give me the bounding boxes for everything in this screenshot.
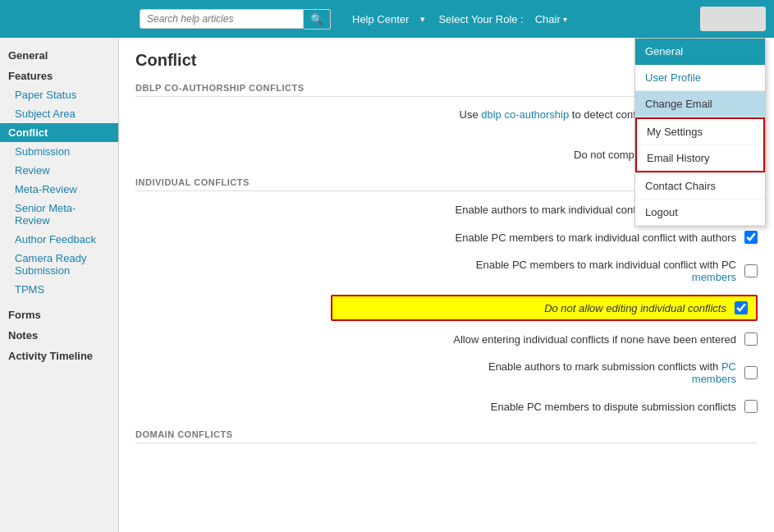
pc-dispute-label: Enable PC members to dispute submission … xyxy=(135,401,744,413)
dropdown-item-user-profile[interactable]: User Profile xyxy=(635,65,765,91)
pc-mark-authors-row: Enable PC members to mark individual con… xyxy=(135,227,758,247)
search-icon: 🔍 xyxy=(310,13,323,25)
sidebar-item-meta-review[interactable]: Meta-Review xyxy=(0,180,118,199)
sidebar-section-forms: Forms xyxy=(0,304,118,324)
allow-entering-row: Allow entering individual conflicts if n… xyxy=(135,329,758,349)
pc-mark-authors-label: Enable PC members to mark individual con… xyxy=(135,232,744,244)
sidebar-item-senior-meta-review[interactable]: Senior Meta-Review xyxy=(0,199,118,230)
dropdown-item-email-history[interactable]: Email History xyxy=(637,145,763,171)
no-edit-label: Do not allow editing individual conflict… xyxy=(341,302,735,314)
dropdown-item-general[interactable]: General xyxy=(635,39,765,65)
pc-dispute-row: Enable PC members to dispute submission … xyxy=(135,397,758,416)
avatar xyxy=(700,7,766,31)
authors-submission-row: Enable authors to mark submission confli… xyxy=(135,357,758,388)
pc-mark-pc-checkbox[interactable] xyxy=(744,264,758,277)
authors-submission-checkbox[interactable] xyxy=(744,366,758,379)
sidebar-item-conflict[interactable]: Conflict xyxy=(0,123,118,142)
dropdown-top-section: General User Profile Change Email xyxy=(635,39,765,117)
allow-entering-label: Allow entering individual conflicts if n… xyxy=(135,333,744,346)
pc-mark-pc-label: Enable PC members to mark individual con… xyxy=(135,259,744,283)
user-dropdown-menu: General User Profile Change Email My Set… xyxy=(634,38,766,227)
dropdown-settings-section: My Settings Email History xyxy=(635,117,765,172)
sidebar-item-subject-area[interactable]: Subject Area xyxy=(0,104,118,123)
sidebar-item-paper-status[interactable]: Paper Status xyxy=(0,85,118,104)
pc-mark-authors-checkbox[interactable] xyxy=(744,231,758,244)
navbar-links: Help Center ▾ Select Your Role : Chair ▾ xyxy=(347,10,572,29)
navbar-search-area: 🔍 xyxy=(140,9,331,30)
allow-entering-checkbox[interactable] xyxy=(744,332,758,346)
domain-section-header: DOMAIN CONFLICTS xyxy=(135,429,758,443)
sidebar-item-author-feedback[interactable]: Author Feedback xyxy=(0,230,118,249)
sidebar-item-submission[interactable]: Submission xyxy=(0,142,118,161)
sidebar-section-activity-timeline: Activity Timeline xyxy=(0,345,118,365)
search-input[interactable] xyxy=(140,9,304,29)
sidebar-section-notes: Notes xyxy=(0,324,118,345)
pc-mark-pc-row: Enable PC members to mark individual con… xyxy=(135,255,758,287)
no-edit-checkbox[interactable] xyxy=(735,301,748,314)
sidebar-item-review[interactable]: Review xyxy=(0,161,118,180)
select-role-label: Select Your Role : xyxy=(438,13,523,25)
dropdown-item-change-email[interactable]: Change Email xyxy=(635,91,765,117)
sidebar-section-features: Features xyxy=(0,65,118,85)
sidebar-item-tpms[interactable]: TPMS xyxy=(0,280,118,299)
chevron-down-icon: ▾ xyxy=(563,15,567,24)
dropdown-item-logout[interactable]: Logout xyxy=(635,200,765,226)
pc-dispute-checkbox[interactable] xyxy=(744,400,758,413)
authors-submission-label: Enable authors to mark submission confli… xyxy=(135,360,744,385)
no-edit-highlighted-row: Do not allow editing individual conflict… xyxy=(331,295,758,321)
search-button[interactable]: 🔍 xyxy=(304,9,331,30)
chair-dropdown-button[interactable]: Chair ▾ xyxy=(530,10,572,29)
sidebar-section-general: General xyxy=(0,44,118,65)
help-center-link[interactable]: Help Center xyxy=(347,10,414,29)
dropdown-item-contact-chairs[interactable]: Contact Chairs xyxy=(635,172,765,200)
navbar: 🔍 Help Center ▾ Select Your Role : Chair… xyxy=(0,0,774,38)
dropdown-item-my-settings[interactable]: My Settings xyxy=(637,119,763,145)
sidebar: General Features Paper Status Subject Ar… xyxy=(0,38,119,532)
sidebar-item-camera-ready[interactable]: Camera Ready Submission xyxy=(0,249,118,280)
